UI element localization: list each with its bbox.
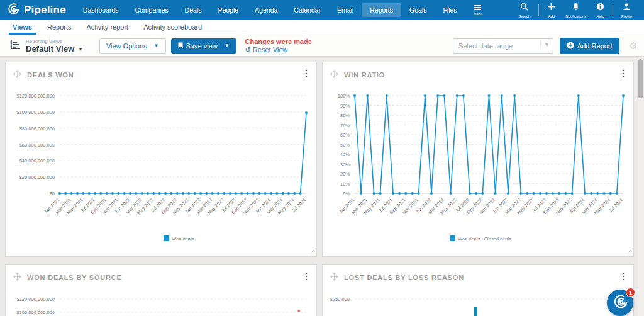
svg-text:May 2021: May 2021 (362, 197, 381, 216)
notification-badge: 1 (626, 288, 635, 297)
svg-text:50%: 50% (340, 142, 350, 148)
add-report-button[interactable]: Add Report (560, 38, 619, 54)
divider (613, 4, 613, 16)
brand-name: Pipeline (24, 4, 66, 16)
divider (538, 4, 539, 16)
svg-text:$120,000,000,000: $120,000,000,000 (17, 93, 55, 99)
move-icon[interactable] (330, 69, 338, 81)
panel-title: WON DEALS BY SOURCE (27, 274, 122, 281)
resize-handle-icon[interactable] (310, 244, 315, 255)
svg-text:Jul 2024: Jul 2024 (291, 197, 307, 213)
win-ratio-chart: 100%90%80%70%60%50%40%30%20%10%0%Jan 202… (326, 83, 628, 248)
svg-text:May 2023: May 2023 (516, 197, 535, 216)
nav-reports[interactable]: Reports (362, 3, 401, 17)
svg-text:Sep 2021: Sep 2021 (389, 197, 407, 215)
panel-win-ratio: WIN RATIO 100%90%80%70%60%50%40%30%20%10… (322, 62, 634, 257)
svg-text:Jul 2021: Jul 2021 (79, 197, 96, 213)
svg-text:0%: 0% (343, 191, 350, 196)
tab-views[interactable]: Views (5, 20, 40, 35)
svg-text:Jan 2021: Jan 2021 (43, 197, 60, 215)
main-menu: Dashboards Companies Deals People Agenda… (75, 0, 490, 20)
nav-agenda[interactable]: Agenda (247, 3, 286, 17)
bookmark-icon (178, 42, 183, 50)
scrollbar-thumb[interactable] (638, 59, 643, 98)
profile-button[interactable]: Profile (617, 1, 636, 20)
deals-won-chart: $120,000,000,000$100,000,000,000$80,000,… (9, 83, 311, 248)
search-icon (520, 2, 528, 13)
date-range-input[interactable] (453, 38, 553, 54)
svg-text:Won deals : Closed deals: Won deals : Closed deals (458, 236, 511, 242)
panel-title: DEALS WON (27, 71, 74, 79)
svg-text:Mar 2023: Mar 2023 (195, 197, 213, 215)
svg-text:$0: $0 (50, 191, 55, 196)
toolbar-right: ▼ Add Report ⚙ (453, 38, 638, 54)
kebab-menu-icon[interactable] (621, 69, 626, 81)
svg-text:Nov 2022: Nov 2022 (478, 197, 496, 215)
svg-text:May 2024: May 2024 (592, 197, 611, 216)
add-button[interactable]: Add (543, 1, 560, 20)
svg-text:Nov 2021: Nov 2021 (401, 197, 419, 215)
move-icon[interactable] (13, 272, 21, 283)
panel-won-deals-by-source: WON DEALS BY SOURCE $120,000,000,000$100… (5, 264, 317, 316)
undo-icon: ↺ (245, 46, 251, 54)
svg-text:Jan 2022: Jan 2022 (113, 197, 131, 215)
svg-text:$20,000,000,000: $20,000,000,000 (19, 174, 55, 180)
nav-files[interactable]: Files (435, 3, 465, 17)
notifications-icon (572, 2, 580, 13)
nav-companies[interactable]: Companies (126, 3, 176, 17)
svg-text:80%: 80% (340, 113, 350, 118)
svg-text:$250,000: $250,000 (330, 296, 350, 302)
svg-text:May 2023: May 2023 (206, 197, 225, 216)
kebab-menu-icon[interactable] (304, 272, 309, 283)
svg-text:May 2022: May 2022 (439, 197, 458, 216)
notifications-button[interactable]: Notifications (561, 1, 591, 20)
reporting-views-icon (9, 38, 21, 53)
nav-people[interactable]: People (209, 3, 247, 17)
svg-text:Mar 2023: Mar 2023 (504, 197, 522, 215)
svg-text:Mar 2024: Mar 2024 (265, 197, 284, 215)
chevron-down-icon[interactable]: ▼ (540, 42, 550, 48)
svg-text:Sep 2022: Sep 2022 (160, 197, 178, 215)
move-icon[interactable] (13, 69, 21, 81)
svg-text:Mar 2022: Mar 2022 (125, 197, 143, 215)
nav-goals[interactable]: Goals (401, 3, 435, 17)
chevron-down-icon: ▼ (225, 43, 230, 48)
dashboard-grid: DEALS WON $120,000,000,000$100,000,000,0… (0, 57, 644, 316)
date-range-wrap: ▼ (453, 38, 553, 54)
help-button[interactable]: Help (592, 1, 609, 20)
nav-calendar[interactable]: Calendar (286, 3, 329, 17)
svg-text:$80,000,000,000: $80,000,000,000 (19, 126, 55, 132)
reset-view-link[interactable]: ↺ Reset View (245, 46, 312, 54)
reporting-views-label: Reporting Views (26, 38, 83, 44)
view-options-button[interactable]: View Options▼ (99, 38, 166, 54)
nav-more[interactable]: More (465, 2, 491, 17)
kebab-menu-icon[interactable] (304, 69, 309, 81)
svg-text:Jul 2022: Jul 2022 (454, 197, 470, 213)
nav-email[interactable]: Email (329, 3, 362, 17)
pipeline-logo-icon (612, 293, 628, 312)
svg-text:Jul 2022: Jul 2022 (150, 197, 166, 213)
svg-text:70%: 70% (340, 123, 350, 128)
search-button[interactable]: Search (514, 1, 535, 20)
pipeline-chat-button[interactable]: 1 (607, 290, 633, 316)
tab-activity-scoreboard[interactable]: Activity scoreboard (136, 20, 209, 35)
panel-deals-won: DEALS WON $120,000,000,000$100,000,000,0… (5, 62, 317, 257)
svg-text:Jan 2023: Jan 2023 (491, 197, 509, 215)
nav-deals[interactable]: Deals (177, 3, 210, 17)
brand[interactable]: Pipeline (0, 2, 75, 18)
move-icon[interactable] (330, 272, 338, 283)
tab-activity-report[interactable]: Activity report (79, 20, 136, 35)
settings-icon[interactable]: ⚙ (630, 40, 638, 52)
nav-dashboards[interactable]: Dashboards (75, 3, 127, 17)
pipeline-crm-app: Pipeline Dashboards Companies Deals Peop… (0, 0, 644, 316)
report-tabs: Views Reports Activity report Activity s… (0, 20, 644, 35)
tab-reports[interactable]: Reports (40, 20, 79, 35)
kebab-menu-icon[interactable] (621, 272, 626, 283)
lost-deals-by-loss-reason-chart: $250,000 (326, 286, 628, 316)
resize-handle-icon[interactable] (627, 244, 632, 255)
vertical-scrollbar[interactable] (638, 57, 643, 316)
svg-text:$100,000,000,000: $100,000,000,000 (17, 310, 55, 315)
reporting-view-selector[interactable]: Reporting Views Default View▼ (26, 38, 83, 54)
plus-circle-icon (567, 42, 574, 50)
save-view-button[interactable]: Save view▼ (171, 38, 236, 54)
